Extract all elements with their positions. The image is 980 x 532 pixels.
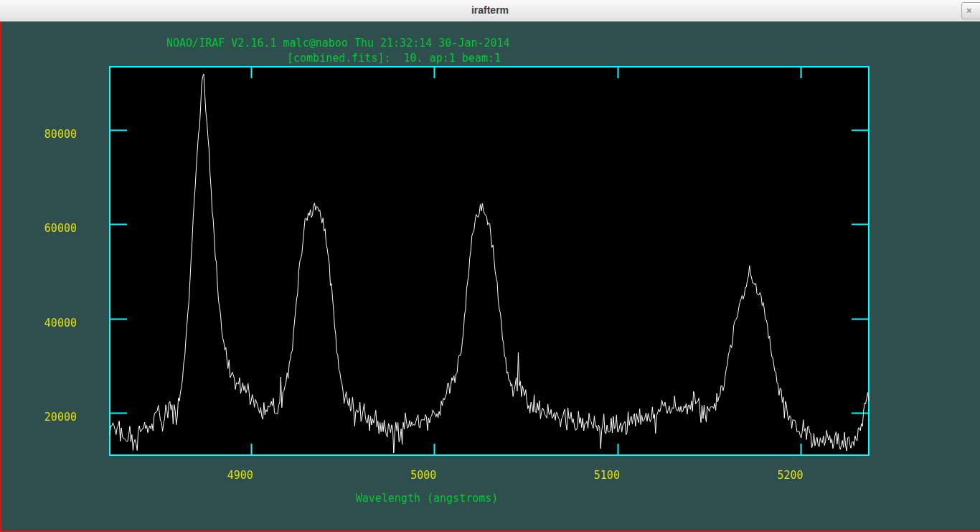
title-bar[interactable]: irafterm × (0, 0, 980, 22)
window-title: irafterm (0, 4, 980, 16)
close-button[interactable]: × (961, 2, 980, 19)
y-tick-label: 40000 (34, 318, 77, 329)
plot-header-image-info: [combined.fits]: 10. ap:1 beam:1 (287, 53, 501, 64)
x-tick-label: 4900 (215, 470, 266, 481)
spectrum-plot-canvas[interactable] (0, 0, 980, 532)
x-axis-label: Wavelength (angstroms) (283, 493, 570, 504)
y-tick-label: 80000 (34, 129, 77, 140)
window-border-left (0, 22, 1, 532)
close-icon: × (966, 6, 972, 16)
x-tick-label: 5000 (397, 470, 449, 481)
x-tick-label: 5100 (581, 470, 633, 481)
plot-header-system-info: NOAO/IRAF V2.16.1 malc@naboo Thu 21:32:1… (166, 38, 510, 49)
y-tick-label: 20000 (34, 412, 77, 423)
x-tick-label: 5200 (764, 470, 816, 481)
y-tick-label: 60000 (34, 223, 77, 234)
